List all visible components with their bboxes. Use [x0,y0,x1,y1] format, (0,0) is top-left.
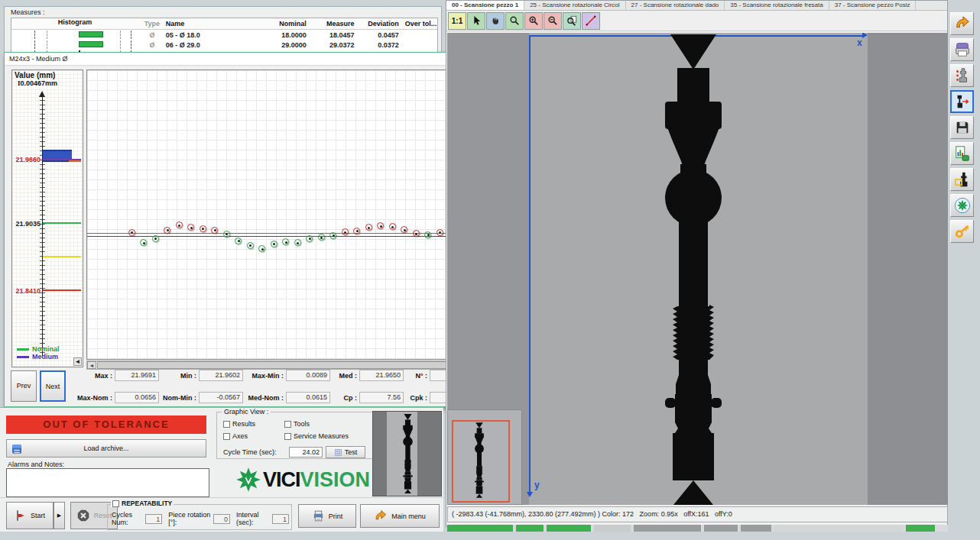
data-point [401,226,407,233]
data-point [318,234,325,241]
tolerance-dash [131,40,131,49]
tab-27[interactable]: 27 - Scansione rotazionale dado [626,1,725,10]
data-point [128,229,135,236]
part-dots-icon [954,67,971,84]
tab-25[interactable]: 25 - Scansione rotazionale Circol [524,1,625,10]
field-value[interactable]: 1 [272,514,289,524]
zoom-in-button[interactable] [524,12,543,30]
data-point [211,227,218,234]
repeatability-checkbox[interactable]: REPEATABILITY [111,500,174,507]
value-axis-panel: Value (mm) I0.00467mm 21.966021.903521.8… [11,70,83,367]
checkbox-axes[interactable]: Axes [223,432,284,440]
checkbox-tools[interactable]: Tools [284,420,368,428]
main-menu-arrow-icon [374,509,388,523]
data-point [377,222,384,229]
field-interval-sec-: Interval (sec):1 [236,511,289,526]
measure-line-button[interactable] [582,12,600,30]
cursor-button[interactable] [467,12,485,30]
stat-label: Max-Min : [243,372,286,380]
histogram-cell [11,40,138,50]
column-header: Type [138,20,166,27]
checkbox-icon[interactable] [223,421,230,428]
axis-scroll-left-icon[interactable]: ◄ [73,357,82,366]
table-row[interactable]: Ø05 - Ø 18.018.000018.04570.0457 [11,30,437,40]
part-measure-button[interactable] [950,90,974,113]
stat-value: 0.0089 [286,370,330,381]
part-preview-thumbnail [372,411,442,496]
field-value[interactable]: 0 [213,514,230,524]
data-point [164,227,170,234]
stat-value: 0.0615 [286,392,330,403]
nominal-value: 18.0000 [255,31,306,39]
x-axis-arrow-icon [862,33,868,38]
test-button[interactable]: Test [326,446,365,458]
y-axis-line [529,35,531,493]
data-point [342,228,349,235]
pan-hand-button[interactable] [486,12,505,30]
alarms-notes-input[interactable] [6,468,209,497]
stat-label: N° : [404,372,430,380]
print-button[interactable]: Print [298,504,356,528]
stat-cp-: Cp :7.56 [330,392,404,403]
measures-table[interactable]: HistogramTypeNameNominalMeasureDeviation… [11,18,438,53]
stat-max-: Max :21.9691 [75,370,159,381]
start-options-button[interactable]: ▶ [54,502,65,529]
part-view[interactable]: x y [447,33,948,505]
checkbox-results[interactable]: Results [223,420,284,428]
part-silhouette-mini [395,414,420,493]
print-preview-button[interactable] [950,38,974,61]
stat-value: 21.9650 [359,370,404,381]
checkbox-icon[interactable] [284,433,291,440]
start-button[interactable]: Start [6,502,54,529]
key-button[interactable] [950,220,974,243]
part-program-button[interactable] [950,64,974,87]
bottom-strip [447,525,948,532]
data-point [353,228,360,234]
checkbox-icon[interactable] [223,433,230,440]
stat-value: 21.9602 [199,370,243,381]
swoosh-arrow-icon [954,15,971,32]
x-axis-label: x [857,37,862,48]
zoom-button[interactable] [505,12,524,30]
tolerance-dash [131,31,131,39]
field-value[interactable]: 1 [145,514,162,524]
next-button[interactable]: Next [40,370,66,402]
scan-view-panel: 00 - Scansione pezzo 125 - Scansione rot… [446,0,948,527]
legend-nominal: Nominal [17,345,60,353]
part-arrow-icon [954,93,971,110]
zoom-out-button[interactable] [544,12,562,30]
data-point [152,235,159,242]
back-arrow-button[interactable] [950,12,974,35]
load-archive-button[interactable]: Load archive... [6,439,206,458]
table-row[interactable]: Ø06 - Ø 29.029.000029.03720.0372 [11,40,437,50]
prev-button[interactable]: Prev [11,370,37,402]
part-setup-button[interactable] [950,168,974,191]
tab-00[interactable]: 00 - Scansione pezzo 1 [446,1,524,10]
zoom-region-button[interactable] [563,12,581,30]
column-header: Histogram [11,18,138,29]
tab-37[interactable]: 37 - Scansione pezzo Posiz [829,1,917,10]
cycle-time-label: Cycle Time (sec): [223,448,289,456]
cycle-time-value[interactable]: 24.02 [289,447,323,458]
checkbox-icon[interactable] [284,421,291,428]
checkbox-icon[interactable] [112,500,119,507]
lower-tolerance-line [43,289,81,291]
scale-1-1-button[interactable]: 1:1 [448,12,466,30]
field-cycles-num-: Cycles Num:1 [112,511,162,526]
main-menu-button[interactable]: Main menu [360,504,440,528]
test-grid-icon [334,448,342,457]
data-point [424,231,431,238]
view-right-strip [868,33,948,505]
tolerance-dash [47,40,47,49]
checkbox-service-measures[interactable]: Service Measures [284,432,368,440]
application-window: Measures : HistogramTypeNameNominalMeasu… [0,0,980,540]
vici-logo-button[interactable] [950,194,974,217]
scan-tabs: 00 - Scansione pezzo 125 - Scansione rot… [446,1,947,11]
view-minimap[interactable] [447,409,522,505]
out-of-tolerance-banner: OUT OF TOLERANCE [6,416,206,434]
save-button[interactable] [950,116,974,139]
legend-medium: Medium [17,353,58,361]
column-header: Name [166,20,255,27]
report-button[interactable] [950,142,974,165]
tab-35[interactable]: 35 - Scansione rotazionale fresata [725,1,829,10]
